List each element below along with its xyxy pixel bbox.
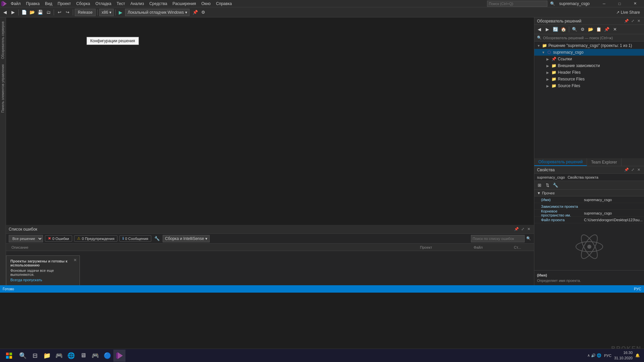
menu-project[interactable]: Проект bbox=[55, 1, 74, 7]
menu-extensions[interactable]: Расширения bbox=[170, 1, 199, 7]
toolbox-tab[interactable]: Панель элементов управления bbox=[0, 62, 5, 115]
tab-solution-explorer[interactable]: Обозреватель решений bbox=[534, 158, 587, 166]
menu-help[interactable]: Справка bbox=[213, 1, 234, 7]
messages-badge[interactable]: ℹ 0 Сообщения bbox=[119, 235, 151, 242]
tree-solution[interactable]: ▼ 📁 Решение "supremacy_csgo" (проекты: 1… bbox=[534, 42, 644, 49]
tree-external-deps[interactable]: ▶ 📁 Внешние зависимости bbox=[534, 62, 644, 69]
build-filter-icon[interactable]: 🔧 bbox=[153, 235, 161, 242]
prop-grid-button[interactable]: ⊞ bbox=[536, 182, 543, 189]
platform-dropdown[interactable]: x86 ▾ bbox=[99, 9, 114, 16]
status-language: РУС bbox=[634, 287, 641, 291]
undo-button[interactable]: ↩ bbox=[56, 9, 63, 16]
live-share-button[interactable]: ↗ Live Share bbox=[613, 10, 643, 15]
prop-float-button[interactable]: ⤢ bbox=[630, 167, 635, 173]
minimize-button[interactable]: ─ bbox=[596, 0, 612, 7]
rf-icon: 📁 bbox=[551, 76, 556, 82]
rf-arrow-icon: ▶ bbox=[546, 77, 551, 81]
se-home-button[interactable]: 🏠 bbox=[560, 26, 567, 33]
forward-button[interactable]: ▶ bbox=[9, 9, 17, 16]
menu-tools[interactable]: Средства bbox=[147, 1, 170, 7]
tree-resource-files[interactable]: ▶ 📁 Resource Files bbox=[534, 76, 644, 82]
window-controls: ─ □ ✕ bbox=[596, 0, 643, 7]
se-props-button[interactable]: 📋 bbox=[595, 26, 602, 33]
prop-row-namespace[interactable]: Корневое пространство им. supremacy_csgo bbox=[534, 210, 644, 217]
se-forward-button[interactable]: ▶ bbox=[544, 26, 551, 33]
close-button[interactable]: ✕ bbox=[627, 0, 643, 7]
new-project-button[interactable]: 📄 bbox=[20, 9, 28, 16]
se-sync-button[interactable]: 🔄 bbox=[552, 26, 559, 33]
save-all-button[interactable]: 🗂 bbox=[45, 9, 52, 16]
error-search-input[interactable] bbox=[471, 235, 525, 242]
hf-arrow-icon: ▶ bbox=[546, 71, 551, 74]
open-button[interactable]: 📂 bbox=[29, 9, 36, 16]
taskbar-yandex-button[interactable]: 🌐 bbox=[65, 350, 77, 362]
messages-count: 0 Сообщения bbox=[125, 237, 148, 241]
se-filter-button[interactable]: 🔍 bbox=[571, 26, 578, 33]
tree-header-files[interactable]: ▶ 📁 Header Files bbox=[534, 69, 644, 76]
server-explorer-tab[interactable]: Обозреватель серверов bbox=[0, 19, 5, 62]
se-back-button[interactable]: ◀ bbox=[536, 26, 543, 33]
prop-row-name[interactable]: (Имя) supremacy_csgo bbox=[534, 196, 644, 203]
error-list-pin-button[interactable]: 📌 bbox=[514, 227, 519, 232]
solution-explorer: Обозреватель решений 📌 ⤢ ✕ ◀ ▶ 🔄 🏠 🔍 ⚙ 📂… bbox=[534, 17, 644, 158]
warnings-badge[interactable]: ⚠ 0 Предупреждения bbox=[74, 235, 117, 242]
prop-sort-button[interactable]: ⇅ bbox=[544, 182, 551, 189]
taskbar-steam-button[interactable]: 🎮 bbox=[53, 350, 65, 362]
se-float-button[interactable]: ⤢ bbox=[630, 18, 635, 24]
menu-analyze[interactable]: Анализ bbox=[128, 1, 147, 7]
menu-view[interactable]: Вид bbox=[42, 1, 55, 7]
menu-build[interactable]: Сборка bbox=[73, 1, 93, 7]
taskbar-vs-button[interactable] bbox=[113, 350, 125, 362]
notification-link[interactable]: Всегда пропускать bbox=[10, 278, 42, 282]
configuration-dropdown[interactable]: Release bbox=[75, 9, 96, 16]
settings-button[interactable]: ⚙ bbox=[200, 9, 207, 16]
back-button[interactable]: ◀ bbox=[1, 9, 9, 16]
se-close2-button[interactable]: ✕ bbox=[611, 26, 619, 33]
start-button[interactable] bbox=[1, 350, 17, 362]
taskbar-search-button[interactable]: 🔍 bbox=[17, 350, 29, 362]
se-settings-button[interactable]: ⚙ bbox=[579, 26, 586, 33]
error-list-close-button[interactable]: ✕ bbox=[526, 227, 531, 232]
prop-row-file[interactable]: Файл проекта C:\Users\dorogon\Desktop\12… bbox=[534, 217, 644, 223]
global-search-input[interactable] bbox=[487, 1, 547, 7]
error-list-float-button[interactable]: ⤢ bbox=[520, 227, 525, 232]
tree-references[interactable]: ▶ 📌 Ссылки bbox=[534, 56, 644, 62]
menu-test[interactable]: Тест bbox=[114, 1, 128, 7]
menu-file[interactable]: Файл bbox=[8, 1, 23, 7]
taskbar-app6-button[interactable]: 🔵 bbox=[101, 350, 113, 362]
se-pin-button[interactable]: 📌 bbox=[624, 18, 629, 24]
maximize-button[interactable]: □ bbox=[612, 0, 627, 7]
error-list-content: ✕ Проекты загружены и готовы к использов… bbox=[6, 251, 534, 285]
errors-badge[interactable]: ✖ 0 Ошибки bbox=[45, 235, 72, 242]
prop-close-button[interactable]: ✕ bbox=[636, 167, 641, 173]
se-close-button[interactable]: ✕ bbox=[636, 18, 641, 24]
taskbar-app5-button[interactable]: 🎮 bbox=[89, 350, 101, 362]
tree-source-files[interactable]: ▶ 📁 Source Files bbox=[534, 82, 644, 89]
prop-section-collapse-icon[interactable]: ▼ bbox=[537, 191, 541, 195]
notification-icon[interactable]: 🔔 bbox=[635, 353, 640, 358]
taskbar-explorer-button[interactable]: 📁 bbox=[41, 350, 53, 362]
error-filter-dropdown[interactable]: Все решение bbox=[9, 235, 43, 242]
se-collapse-button[interactable]: 📂 bbox=[587, 26, 594, 33]
redo-button[interactable]: ↪ bbox=[64, 9, 71, 16]
menu-debug[interactable]: Отладка bbox=[93, 1, 114, 7]
taskbar-taskview-button[interactable]: ⊟ bbox=[29, 350, 41, 362]
pin-button[interactable]: 📌 bbox=[192, 9, 199, 16]
save-button[interactable]: 💾 bbox=[37, 9, 44, 16]
prop-section-label: Прочее bbox=[542, 191, 555, 195]
notification-close-button[interactable]: ✕ bbox=[73, 258, 77, 262]
run-button[interactable]: ▶ bbox=[117, 10, 124, 15]
properties-panel: Свойства 📌 ⤢ ✕ supremacy_csgo Свойства п… bbox=[534, 166, 644, 285]
taskbar-app4-button[interactable]: 🖥 bbox=[77, 350, 89, 362]
prop-filter-button[interactable]: 🔧 bbox=[552, 182, 559, 189]
menu-window[interactable]: Окно bbox=[199, 1, 213, 7]
menu-edit[interactable]: Правка bbox=[23, 1, 43, 7]
prop-pin-button[interactable]: 📌 bbox=[624, 167, 629, 173]
error-search-icon[interactable]: 🔍 bbox=[526, 236, 531, 241]
build-filter-dropdown[interactable]: Сборка и IntelliSense ▾ bbox=[163, 235, 210, 242]
run-target-dropdown[interactable]: Локальный отладчик Windows ▾ bbox=[125, 9, 190, 16]
tree-project[interactable]: ▼ ⬡ supremacy_csgo bbox=[534, 49, 644, 56]
tab-team-explorer[interactable]: Team Explorer bbox=[587, 158, 621, 166]
prop-desc-text: Определяет имя проекта. bbox=[537, 279, 641, 283]
se-pin2-button[interactable]: 📌 bbox=[603, 26, 610, 33]
